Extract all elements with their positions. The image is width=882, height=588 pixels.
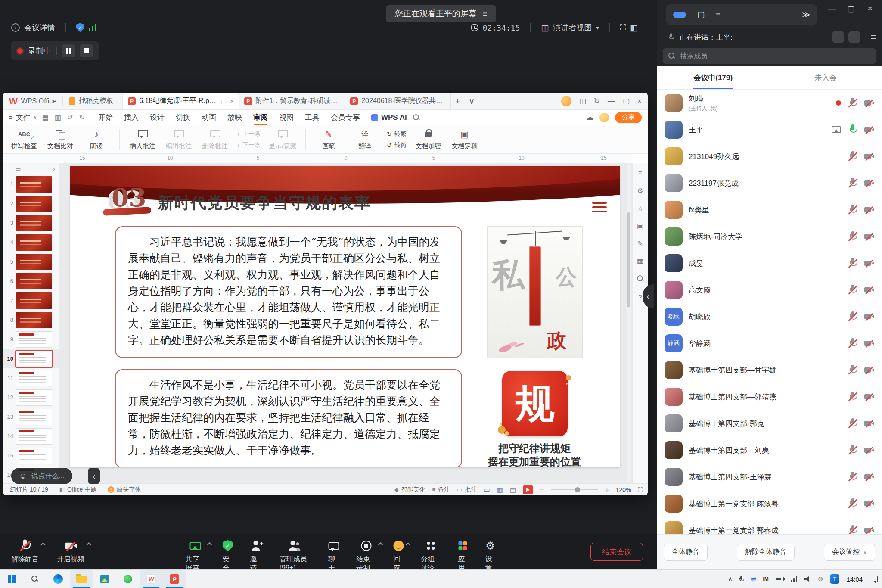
- list-view-icon[interactable]: ≡: [716, 10, 721, 19]
- participant-row[interactable]: 基础博士第四支部-郭克: [657, 410, 882, 437]
- settings-button[interactable]: ⚙ 设置: [481, 540, 498, 573]
- meeting-control-button[interactable]: 会议管控∨: [824, 544, 875, 561]
- slide-thumb[interactable]: 8: [3, 310, 59, 330]
- participant-row[interactable]: fx樊星: [657, 196, 882, 223]
- slide-thumb[interactable]: 5: [3, 252, 59, 271]
- menu-tab-tools[interactable]: 工具: [299, 110, 325, 125]
- slide-thumb[interactable]: 4: [3, 233, 59, 252]
- find-tool-icon[interactable]: [637, 275, 644, 284]
- breakout-rooms-button[interactable]: 分组讨论: [417, 540, 444, 573]
- reactions-button[interactable]: 回应: [390, 540, 407, 573]
- participant-row[interactable]: 高文霞: [657, 277, 882, 303]
- participant-row[interactable]: 2231197张竞成: [657, 170, 882, 196]
- encrypt-button[interactable]: 文档加密: [412, 127, 445, 152]
- chevron-up-icon[interactable]: [406, 542, 410, 547]
- meeting-details-label[interactable]: 会议详情: [24, 22, 55, 33]
- read-aloud-button[interactable]: ♪ 朗读: [80, 127, 113, 152]
- comments-button[interactable]: ▭批注: [457, 486, 477, 494]
- info-icon[interactable]: i: [11, 23, 20, 32]
- tab-in-meeting[interactable]: 会议中(179): [657, 66, 770, 89]
- chat-input-hint[interactable]: ☺ 说点什么...: [11, 468, 72, 484]
- stop-record-button[interactable]: 结束录制: [353, 540, 379, 573]
- account-avatar[interactable]: [561, 96, 571, 106]
- menu-tab-transition[interactable]: 切换: [170, 110, 196, 125]
- vertical-scrollbar[interactable]: [627, 165, 631, 482]
- network-signal-icon[interactable]: [88, 23, 98, 32]
- save-icon[interactable]: ▤: [42, 113, 49, 121]
- notes-button[interactable]: ≡备注: [432, 486, 450, 494]
- chat-button[interactable]: 聊天: [325, 540, 342, 573]
- meeting-tray-icon[interactable]: T: [830, 574, 839, 584]
- close-icon[interactable]: ×: [860, 0, 879, 17]
- sync-icon[interactable]: ↻: [594, 96, 600, 106]
- file-explorer-button[interactable]: [70, 570, 93, 588]
- chevron-up-icon[interactable]: [86, 542, 91, 547]
- print-icon[interactable]: ▥: [55, 113, 61, 121]
- clock[interactable]: 14:04: [846, 576, 863, 583]
- edit-comment-button[interactable]: 编辑批注: [162, 127, 196, 152]
- restore-icon[interactable]: ▢: [842, 0, 860, 17]
- reading-view-icon[interactable]: ▤: [510, 486, 516, 494]
- wps-maximize-icon[interactable]: ▢: [623, 96, 630, 106]
- participant-row[interactable]: 基础博士第四支部-王泽霖: [657, 464, 882, 490]
- input-method-indicator[interactable]: IM: [763, 576, 769, 582]
- menu-tab-slideshow[interactable]: 放映: [222, 110, 248, 125]
- participant-row[interactable]: 基础博士第四支部—甘宇雄: [657, 357, 882, 383]
- finalize-button[interactable]: ▣ 文档定稿: [448, 127, 481, 152]
- slide-thumb[interactable]: 14: [3, 426, 59, 446]
- participant-row[interactable]: 2131049孙久远: [657, 143, 882, 170]
- browser-app-button[interactable]: [47, 570, 70, 588]
- pause-recording-button[interactable]: [62, 44, 75, 57]
- tray-app-icon[interactable]: ⊗: [818, 575, 823, 583]
- tab-list-caret-icon[interactable]: ∨: [464, 96, 479, 106]
- help-icon[interactable]: ?: [638, 294, 642, 302]
- scrollbar-thumb[interactable]: [627, 212, 630, 307]
- fit-window-icon[interactable]: ⛶: [638, 486, 643, 494]
- wps-app-button[interactable]: [140, 570, 163, 588]
- zoom-in-icon[interactable]: +: [605, 486, 609, 493]
- participant-list[interactable]: 刘瑾(主持人, 我) 王平 2131049孙久远: [657, 90, 882, 534]
- layout-toggle-icon[interactable]: ◧: [630, 23, 638, 33]
- participant-row[interactable]: 基础博士第四支部—郭靖燕: [657, 383, 882, 410]
- layers-icon[interactable]: ▣: [637, 222, 643, 230]
- manage-members-button[interactable]: 管理成员(99+): [276, 540, 314, 573]
- slide-thumb[interactable]: 15: [3, 446, 59, 465]
- participant-row[interactable]: 基础博士第一党支部 陈致粤: [657, 490, 882, 517]
- emoji-icon[interactable]: ☺: [19, 472, 27, 481]
- next-comment-button[interactable]: ↓下一条: [237, 141, 261, 149]
- slide-thumb[interactable]: 12: [3, 388, 59, 407]
- tray-sync-icon[interactable]: ⇄: [751, 575, 756, 583]
- ribbon-search-icon[interactable]: [413, 114, 420, 121]
- volume-icon[interactable]: [804, 576, 811, 582]
- split-window-icon[interactable]: ◫: [579, 96, 586, 106]
- slide-view-icon[interactable]: ▭: [15, 165, 21, 172]
- participant-row[interactable]: 基础博士第一党支部 郭春成: [657, 517, 882, 534]
- wps-close-icon[interactable]: ×: [637, 97, 642, 106]
- mute-all-button[interactable]: 全体静音: [664, 544, 708, 561]
- grid-tool-icon[interactable]: ▦: [637, 257, 643, 265]
- participant-row[interactable]: 王平: [657, 116, 882, 143]
- tray-expand-icon[interactable]: ∧: [728, 575, 733, 583]
- chevron-up-icon[interactable]: [40, 542, 45, 547]
- menu-tab-design[interactable]: 设计: [144, 110, 170, 125]
- menu-tab-view[interactable]: 视图: [273, 110, 299, 125]
- unmute-button[interactable]: 解除静音: [8, 540, 42, 564]
- zoom-out-icon[interactable]: −: [540, 486, 544, 493]
- cloud-sync-icon[interactable]: ☁: [586, 113, 593, 122]
- participant-row[interactable]: 基础博士第四支部—刘爽: [657, 437, 882, 464]
- action-center-icon[interactable]: [870, 576, 878, 582]
- panel-menu-icon[interactable]: ≡: [871, 32, 876, 42]
- slideshow-play-button[interactable]: ▶: [523, 485, 533, 494]
- doc-tab-active[interactable]: 6.18纪律党课-王平-R.pptx ▭ ×: [123, 93, 239, 109]
- participant-row[interactable]: 晓欣 胡晓欣: [657, 303, 882, 330]
- stop-recording-button[interactable]: [80, 44, 93, 57]
- beautify-button[interactable]: ◆智能美化: [394, 486, 425, 494]
- collapse-sidebar-icon[interactable]: ≫: [795, 10, 810, 19]
- rule-stamp-image[interactable]: 规: [487, 369, 583, 438]
- participant-row[interactable]: 陈炳地-同济大学: [657, 223, 882, 250]
- wps-minimize-icon[interactable]: —: [608, 97, 615, 106]
- network-icon[interactable]: [791, 576, 798, 582]
- search-members-input[interactable]: [680, 52, 871, 60]
- pen-button[interactable]: ✎ 画笔: [312, 127, 345, 152]
- view-mode-label[interactable]: 演讲者视图: [553, 22, 592, 33]
